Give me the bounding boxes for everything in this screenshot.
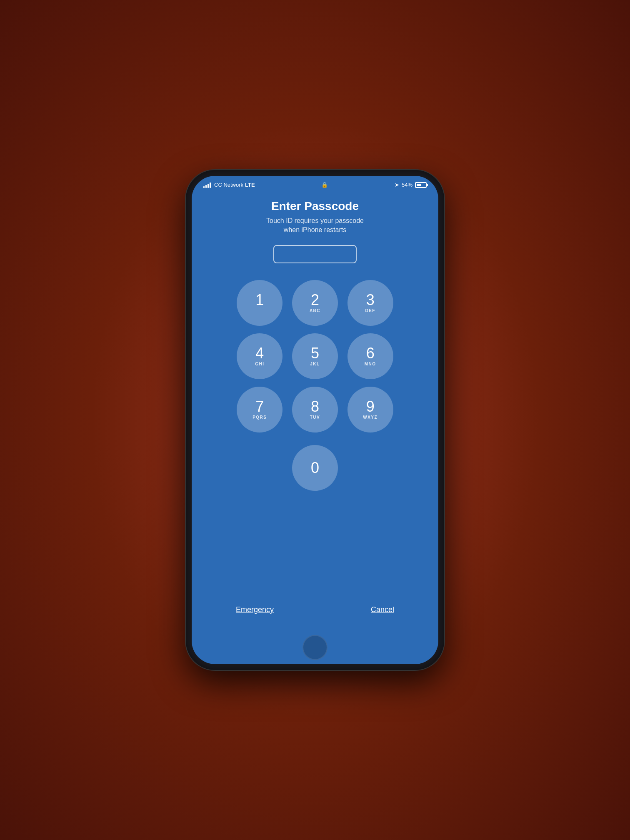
phone-screen: CC Network LTE 🔒 ➤ 54% Enter Passcode To… <box>192 176 438 664</box>
passcode-subtitle: Touch ID requires your passcode when iPh… <box>266 216 364 235</box>
keypad-grid: 1 2 ABC 3 DEF 4 GHI 5 JKL <box>236 280 394 432</box>
key-6-number: 6 <box>366 346 375 361</box>
key-5-button[interactable]: 5 JKL <box>292 333 338 379</box>
key-7-button[interactable]: 7 PQRS <box>237 387 282 432</box>
key-0-number: 0 <box>311 460 319 475</box>
key-4-button[interactable]: 4 GHI <box>237 333 282 379</box>
key-1-button[interactable]: 1 <box>237 280 282 326</box>
key-0-button[interactable]: 0 <box>292 445 338 491</box>
key-9-number: 9 <box>366 399 375 414</box>
subtitle-line2: when iPhone restarts <box>284 226 346 233</box>
key-3-letters: DEF <box>365 308 375 313</box>
status-left: CC Network LTE <box>203 182 255 188</box>
carrier-name: CC Network <box>214 182 243 188</box>
key-2-number: 2 <box>311 292 319 308</box>
key-zero-row: 0 <box>236 445 394 491</box>
signal-bars-icon <box>203 182 211 188</box>
home-button[interactable] <box>302 635 328 660</box>
key-1-letters <box>259 308 260 313</box>
subtitle-line1: Touch ID requires your passcode <box>266 217 364 224</box>
key-2-button[interactable]: 2 ABC <box>292 280 338 326</box>
key-7-letters: PQRS <box>252 415 267 420</box>
location-icon: ➤ <box>395 182 399 188</box>
key-3-number: 3 <box>366 292 375 308</box>
passcode-title: Enter Passcode <box>266 200 364 213</box>
home-button-area <box>192 631 438 664</box>
emergency-button[interactable]: Emergency <box>236 605 274 614</box>
key-3-button[interactable]: 3 DEF <box>348 280 393 326</box>
key-1-number: 1 <box>255 292 264 308</box>
key-4-letters: GHI <box>255 362 264 366</box>
key-5-number: 5 <box>311 346 319 361</box>
battery-icon <box>415 182 427 188</box>
key-5-letters: JKL <box>310 362 320 366</box>
bottom-buttons: Emergency Cancel <box>236 605 394 618</box>
key-8-number: 8 <box>311 399 319 414</box>
battery-fill <box>417 184 421 186</box>
status-center: 🔒 <box>321 182 328 188</box>
network-type: LTE <box>245 182 255 188</box>
battery-percent: 54% <box>402 182 412 188</box>
passcode-input-field[interactable] <box>273 245 357 263</box>
key-4-number: 4 <box>255 346 264 361</box>
status-bar: CC Network LTE 🔒 ➤ 54% <box>192 176 438 191</box>
key-7-number: 7 <box>255 399 264 414</box>
status-right: ➤ 54% <box>395 182 427 188</box>
key-9-button[interactable]: 9 WXYZ <box>348 387 393 432</box>
title-section: Enter Passcode Touch ID requires your pa… <box>266 200 364 235</box>
phone-device: CC Network LTE 🔒 ➤ 54% Enter Passcode To… <box>186 170 444 670</box>
main-content: Enter Passcode Touch ID requires your pa… <box>192 191 438 631</box>
key-6-letters: MNO <box>365 362 376 366</box>
lock-icon: 🔒 <box>321 182 328 188</box>
key-2-letters: ABC <box>310 308 320 313</box>
key-8-letters: TUV <box>310 415 320 420</box>
cancel-button[interactable]: Cancel <box>371 605 394 614</box>
key-8-button[interactable]: 8 TUV <box>292 387 338 432</box>
key-9-letters: WXYZ <box>363 415 378 420</box>
key-6-button[interactable]: 6 MNO <box>348 333 393 379</box>
